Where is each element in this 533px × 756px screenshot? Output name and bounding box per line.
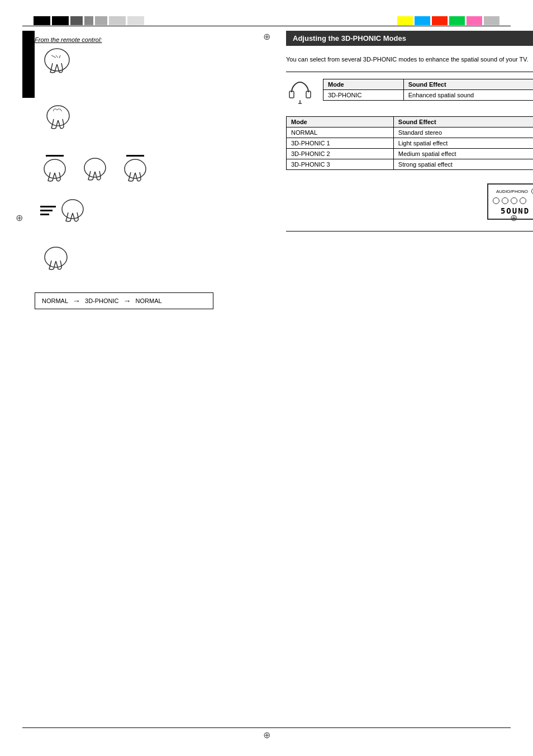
step-3a-group <box>40 155 69 185</box>
step-1-area <box>40 48 275 80</box>
table2-row2-mode: 3D-PHONIC 1 <box>287 138 394 148</box>
sound-display-top-row: AUDIO/PHONO <box>493 188 533 195</box>
right-divider-1 <box>286 72 533 72</box>
svg-point-7 <box>125 159 146 178</box>
svg-point-0 <box>45 49 69 71</box>
table1-col2-header: Sound Effect <box>403 79 533 89</box>
bottom-center-cross: ⊕ <box>263 730 270 740</box>
bottom-border-line <box>22 727 511 728</box>
table2-col1-header: Mode <box>287 116 394 127</box>
right-divider-2 <box>286 231 533 231</box>
svg-line-1 <box>51 55 56 58</box>
svg-line-2 <box>56 55 58 58</box>
step-3a-bar <box>46 155 64 157</box>
flow-arrow-1: → <box>73 296 80 305</box>
table2-col2-header: Sound Effect <box>393 116 533 127</box>
sidebar-tab <box>22 31 35 98</box>
flow-row: NORMAL → 3D-PHONIC → NORMAL <box>35 292 213 309</box>
flow-arrow-2: → <box>123 296 131 305</box>
sound-display-label: AUDIO/PHONO <box>496 189 528 194</box>
color-pattern-blocks <box>397 16 499 25</box>
step-2-area <box>40 102 275 135</box>
left-cross-1: ⊕ <box>16 212 23 223</box>
right-column: Adjusting the 3D-PHONIC Modes You can se… <box>286 31 533 238</box>
step-1-hand-icon <box>40 48 74 78</box>
circle-6 <box>511 197 517 204</box>
table-2: Mode Sound Effect NORMAL Standard stereo… <box>286 116 533 170</box>
table1-col1-header: Mode <box>323 79 404 89</box>
circle-4 <box>493 197 499 204</box>
right-description: You can select from several 3D-PHONIC mo… <box>286 55 533 65</box>
flow-normal-2: NORMAL <box>136 297 162 304</box>
main-content: From the remote control: <box>35 31 505 725</box>
sound-display-box: AUDIO/PHONO 5OUND <box>487 183 533 220</box>
step-3b-group <box>80 157 110 183</box>
headphone-section: Mode Sound Effect 3D-PHONIC Enhanced spa… <box>286 79 533 108</box>
step-3c-hand-icon <box>121 158 150 185</box>
step-4-hand-icon <box>58 198 87 225</box>
table2-row1-effect: Standard stereo <box>393 127 533 138</box>
svg-line-3 <box>59 55 60 58</box>
step-5-hand-icon <box>40 245 71 274</box>
remote-control-label: From the remote control: <box>35 36 275 43</box>
step-3b-hand-icon <box>80 157 110 183</box>
step-2-hand-icon <box>40 102 74 133</box>
table2-row4-mode: 3D-PHONIC 3 <box>287 159 394 169</box>
table2-row1-mode: NORMAL <box>287 127 394 138</box>
table2-row4-effect: Strong spatial effect <box>393 159 533 169</box>
sound-display-text: 5OUND <box>493 206 533 215</box>
svg-point-9 <box>45 247 67 267</box>
table1-row1-mode: 3D-PHONIC <box>323 89 404 100</box>
table-1: Mode Sound Effect 3D-PHONIC Enhanced spa… <box>323 79 533 101</box>
svg-point-6 <box>84 158 106 177</box>
step-3c-bar <box>126 155 144 157</box>
sound-display-container: AUDIO/PHONO 5OUND <box>286 179 533 220</box>
flow-3d-phonic: 3D-PHONIC <box>85 297 119 304</box>
sound-display-bottom-circles <box>493 197 533 204</box>
step-3c-group <box>121 155 150 185</box>
table2-row2-effect: Light spatial effect <box>393 138 533 148</box>
step-3-area <box>40 155 275 185</box>
black-pattern-blocks <box>34 16 144 25</box>
table2-row3-effect: Medium spatial effect <box>393 148 533 159</box>
svg-point-8 <box>62 200 83 219</box>
step-3a-hand-icon <box>40 158 69 185</box>
circle-7 <box>520 197 526 204</box>
svg-point-5 <box>44 159 65 178</box>
svg-point-4 <box>47 106 69 126</box>
table2-row3-mode: 3D-PHONIC 2 <box>287 148 394 159</box>
headphone-icon <box>286 79 314 106</box>
step-4-area <box>40 198 275 225</box>
left-column: From the remote control: <box>35 31 275 309</box>
table1-row1-effect: Enhanced spatial sound <box>403 89 533 100</box>
menu-lines-group <box>40 206 56 218</box>
top-border-line <box>22 26 511 26</box>
right-header: Adjusting the 3D-PHONIC Modes <box>286 31 533 46</box>
circle-5 <box>502 197 508 204</box>
step-5-area <box>40 245 275 276</box>
headphone-area <box>286 79 314 107</box>
flow-normal: NORMAL <box>42 297 68 304</box>
